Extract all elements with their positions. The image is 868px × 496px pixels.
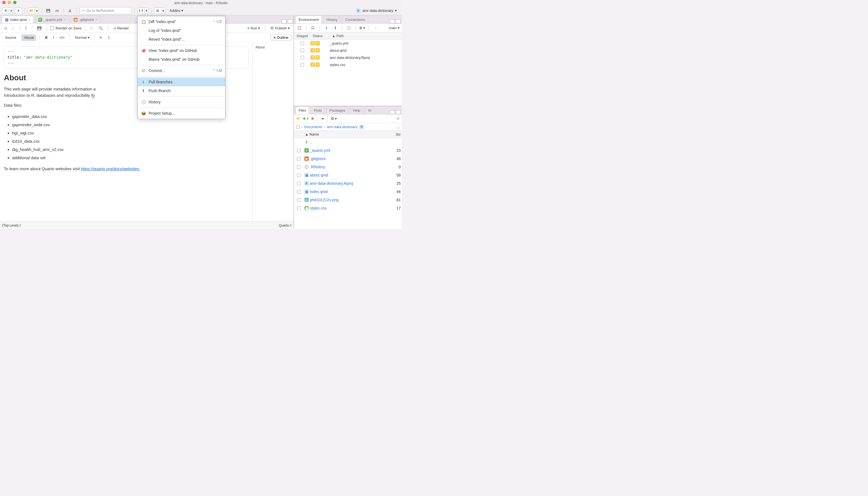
list-item[interactable]: dig_health_hub_amr_v2.csv [12,145,249,154]
col-header-staged[interactable]: Staged [294,34,311,38]
panes-dropdown[interactable]: ▾ [161,7,165,14]
show-in-new-window-button[interactable]: ⤴ [24,25,29,32]
menu-pull-branches[interactable]: ⬇Pull Branches [138,78,225,86]
tab-index-qmd[interactable]: ▤ index.qmd × [2,16,33,24]
format-indicator[interactable]: Quarto ◊ [279,223,291,227]
find-replace-button[interactable]: 🔍 [97,25,105,32]
list-item[interactable]: additional data set [12,154,249,162]
pull-button[interactable]: ⬇ [323,25,330,31]
git-row[interactable]: ?? amr-data-dictionary.Rproj [294,54,402,61]
list-item[interactable]: gapminder_wide.csv [12,121,249,129]
menu-diff[interactable]: 📋Diff "index.qmd"⌃⌥D [138,17,225,26]
addins-menu[interactable]: Addins ▾ [167,9,186,13]
render-on-save-checkbox[interactable]: Render on Save [50,26,81,30]
rename-button[interactable]: ➜ [321,117,324,121]
breadcrumb-project[interactable]: amr-data-dictionary [327,125,358,129]
minimize-pane-button[interactable] [282,19,286,24]
minimize-window-button[interactable] [8,1,11,4]
scope-selector[interactable]: (Top Level) ◊ [2,223,21,227]
save-button[interactable]: 💾 [45,7,52,14]
push-button[interactable]: ⬆ [332,25,339,31]
git-dropdown[interactable]: ▾ [145,7,148,14]
select-file-checkbox[interactable] [297,198,300,202]
save-source-button[interactable]: 💾 [35,25,43,32]
more-git-button[interactable]: ⚙ ▾ [359,25,365,31]
menu-blame-github[interactable]: Blame "index.qmd" on GitHub [138,55,225,64]
data-files-list[interactable]: gapmider_data.csv gapminder_wide.csv hgt… [12,112,249,162]
select-file-checkbox[interactable] [297,173,300,177]
open-recent-dropdown[interactable]: ▾ [35,7,39,14]
stage-checkbox[interactable] [300,42,304,45]
menu-revert[interactable]: Revert "index.qmd"... [138,35,225,44]
file-row[interactable]: ▤index.qmd46 [294,187,402,196]
branch-selector[interactable]: main ▾ [389,26,400,30]
refresh-button[interactable]: ⟳ [396,117,400,121]
select-file-checkbox[interactable] [297,190,300,193]
new-branch-button[interactable]: ⑂ [372,25,379,31]
code-button[interactable]: </> [58,34,66,41]
outline-item-about[interactable]: About [255,45,291,49]
maximize-pane-button[interactable] [396,110,401,114]
history-button[interactable]: 🕓 [345,25,352,31]
menu-project-setup[interactable]: 📦Project Setup... [138,109,225,118]
numbered-list-button[interactable]: ⒈ [106,34,113,41]
stage-checkbox[interactable] [300,49,304,52]
save-all-button[interactable]: 🗃 [54,7,61,14]
run-button[interactable]: ➜ Run ▾ [245,25,262,32]
close-tab-icon[interactable]: × [28,18,31,22]
paragraph[interactable]: To learn more about Quarto websites visi… [4,166,249,172]
project-menu[interactable]: R amr-data-dictionary ▾ [353,8,400,13]
forward-button[interactable]: ▷ [11,25,16,32]
col-header-name[interactable]: ▲ Name [303,132,391,136]
file-row[interactable]: 🕓.Rhistory0 [294,163,402,171]
menu-log[interactable]: Log of "index.qmd" [138,26,225,35]
tab-gitignore[interactable]: ◆ .gitignore × [71,16,101,24]
col-header-status[interactable]: Status [311,34,330,38]
file-row[interactable]: ⬤styles.css17 [294,204,402,212]
breadcrumb-documents[interactable]: Documents [304,125,322,129]
breadcrumb-more[interactable]: ... [396,125,400,129]
publish-button[interactable]: ⦿ Publish ▾ [269,25,291,32]
close-tab-icon[interactable]: × [96,18,98,22]
file-row[interactable]: phd101212s.png81 [294,196,402,204]
zoom-window-button[interactable] [13,1,16,4]
back-button[interactable]: ◁ [2,25,8,32]
goto-file-function[interactable]: ↪ Go to file/function [79,7,132,14]
tab-files[interactable]: Files [296,106,309,114]
new-folder-button[interactable]: 📁 [296,117,300,121]
menu-history[interactable]: 🕓History [138,98,225,106]
file-row[interactable]: Y_quarto.yml23 [294,146,402,155]
render-button[interactable]: ➜ Render [111,25,131,32]
more-files-button[interactable]: ⚙ ▾ [331,117,337,121]
bold-button[interactable]: B [43,34,49,41]
diff-button[interactable]: 📋 [296,25,303,31]
delete-button[interactable]: ✖ [311,117,314,121]
file-row[interactable]: Ramr-data-dictionary.Rproj25 [294,179,402,187]
close-tab-icon[interactable]: × [64,18,66,22]
select-file-checkbox[interactable] [297,182,300,185]
tab-environment[interactable]: Environment [296,16,322,24]
git-row[interactable]: ?? about.qmd [294,47,402,54]
git-row[interactable]: ?? styles.css [294,61,402,68]
maximize-pane-button[interactable] [288,19,293,24]
git-button[interactable]: ⬇⬆ [137,7,145,14]
menu-commit[interactable]: ☑Commit...⌃⌥M [138,66,225,75]
close-window-button[interactable] [2,1,5,4]
col-header-size[interactable]: Siz [391,132,402,136]
col-header-path[interactable]: ▲ Path [330,34,402,38]
tab-quarto-yml[interactable]: Y _quarto.yml × [35,16,69,24]
new-blank-file-button[interactable]: ✚ ▾ [303,117,309,121]
quarto-link[interactable]: https://quarto.org/docs/websites [81,166,139,171]
stage-checkbox[interactable] [300,56,304,59]
file-row-up[interactable]: ⬆ .. [294,138,402,146]
menu-push-branch[interactable]: ⬆Push Branch [138,86,225,95]
file-row[interactable]: ◆.gitignore46 [294,155,402,163]
tab-help[interactable]: Help [350,106,363,114]
commit-button[interactable]: ☑ [310,25,316,31]
minimize-pane-button[interactable] [390,19,395,24]
tab-history[interactable]: History [323,16,341,24]
block-format-dropdown[interactable]: Normal ▾ [73,34,91,41]
panes-button[interactable]: ⊞ [154,7,161,14]
minimize-pane-button[interactable] [390,110,395,114]
open-file-button[interactable]: 📂 [28,7,35,14]
